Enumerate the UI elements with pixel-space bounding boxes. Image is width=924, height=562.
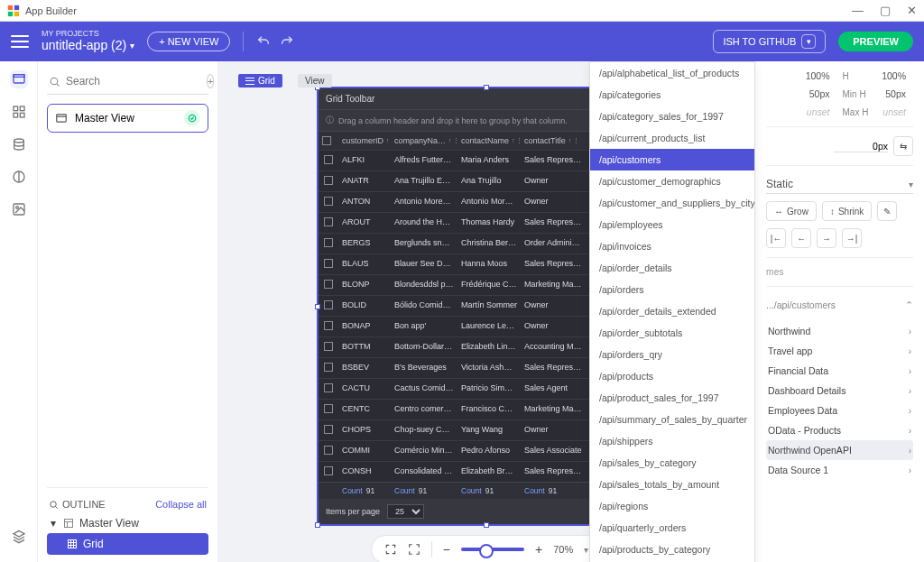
- row-checkbox[interactable]: [324, 197, 333, 206]
- margin-input[interactable]: [834, 141, 888, 152]
- row-checkbox[interactable]: [324, 363, 333, 372]
- api-endpoint-dropdown[interactable]: /api/alphabetical_list_of_products/api/c…: [589, 61, 755, 562]
- row-checkbox[interactable]: [324, 300, 333, 309]
- new-view-button[interactable]: + NEW VIEW: [147, 32, 230, 51]
- api-endpoint-item[interactable]: /api/products_by_category: [590, 539, 754, 560]
- api-endpoint-item[interactable]: /api/quarterly_orders: [590, 517, 754, 539]
- views-tab[interactable]: [10, 70, 28, 88]
- api-endpoint-item[interactable]: /api/sales_totals_by_amount: [590, 474, 754, 495]
- api-endpoint-item[interactable]: /api/orders_qry: [590, 344, 754, 365]
- zoom-slider[interactable]: [461, 548, 524, 551]
- chevron-down-icon[interactable]: ▾: [49, 517, 58, 530]
- tree-item-grid[interactable]: · Grid: [47, 533, 208, 555]
- maxh-value[interactable]: unset: [879, 106, 914, 117]
- row-checkbox[interactable]: [324, 155, 333, 164]
- row-checkbox[interactable]: [324, 217, 333, 226]
- row-checkbox[interactable]: [324, 259, 333, 268]
- row-checkbox[interactable]: [324, 425, 333, 434]
- add-view-button[interactable]: +: [207, 74, 214, 88]
- column-header[interactable]: contactTitle↑ ⋮: [521, 132, 586, 150]
- resize-handle[interactable]: [484, 85, 489, 90]
- shrink-toggle[interactable]: ↕Shrink: [822, 201, 872, 221]
- data-source-item[interactable]: Northwind›: [766, 321, 913, 341]
- resize-handle[interactable]: [315, 522, 320, 528]
- view-item-master[interactable]: Master View: [47, 104, 208, 133]
- selection-label[interactable]: Grid: [238, 74, 282, 88]
- row-checkbox[interactable]: [324, 404, 333, 413]
- api-endpoint-item[interactable]: /api/sales_by_category: [590, 452, 754, 474]
- edit-flex-button[interactable]: ✎: [877, 201, 897, 221]
- api-endpoint-item[interactable]: /api/employees: [590, 214, 754, 235]
- column-header[interactable]: customerID↑ ⋮: [338, 132, 391, 150]
- zoom-out-button[interactable]: −: [443, 542, 450, 557]
- align-end-button[interactable]: →|: [842, 228, 862, 248]
- theme-tab[interactable]: [10, 168, 28, 186]
- project-selector[interactable]: MY PROJECTS untitled-app (2) ▾: [42, 30, 134, 52]
- column-header[interactable]: contactName↑ ⋮: [457, 132, 521, 150]
- select-all-checkbox[interactable]: [322, 136, 331, 145]
- api-endpoint-item[interactable]: /api/product_sales_for_1997: [590, 387, 754, 409]
- fit-screen-button[interactable]: [384, 543, 397, 556]
- api-endpoint-item[interactable]: /api/customer_demographics: [590, 170, 754, 192]
- api-endpoint-item[interactable]: /api/order_details_extended: [590, 300, 754, 322]
- api-endpoint-item[interactable]: /api/category_sales_for_1997: [590, 106, 754, 127]
- api-endpoint-item[interactable]: /api/orders: [590, 279, 754, 300]
- collapse-all-button[interactable]: Collapse all: [155, 499, 207, 510]
- data-source-item[interactable]: Financial Data›: [766, 361, 913, 381]
- row-checkbox[interactable]: [324, 280, 333, 289]
- api-endpoint-item[interactable]: /api/summary_of_sales_by_quarter: [590, 409, 754, 430]
- minh-value[interactable]: 50px: [879, 88, 914, 99]
- tree-item-master-view[interactable]: ▾ Master View: [47, 513, 208, 533]
- position-select[interactable]: Static ▾: [766, 175, 913, 194]
- menu-button[interactable]: [11, 35, 29, 48]
- maxw-value[interactable]: unset: [802, 106, 837, 117]
- row-checkbox[interactable]: [324, 446, 333, 455]
- api-endpoint-item[interactable]: /api/products: [590, 365, 754, 387]
- window-close-button[interactable]: ✕: [907, 4, 917, 17]
- components-tab[interactable]: [10, 103, 28, 121]
- window-maximize-button[interactable]: ▢: [880, 4, 891, 17]
- search-input[interactable]: [66, 75, 201, 88]
- api-endpoint-item[interactable]: /api/invoices: [590, 235, 754, 257]
- grow-toggle[interactable]: ↔Grow: [766, 201, 817, 221]
- link-margins-button[interactable]: ⇆: [893, 136, 913, 156]
- data-source-item[interactable]: Dashboard Details›: [766, 381, 913, 401]
- data-source-item[interactable]: Northwind OpenAPI›: [766, 440, 913, 460]
- minw-value[interactable]: 50px: [802, 88, 837, 99]
- align-start-button[interactable]: |←: [766, 228, 786, 248]
- width-value[interactable]: 100%: [802, 70, 837, 81]
- resize-handle[interactable]: [315, 304, 320, 309]
- publish-github-button[interactable]: ISH TO GITHUB ▾: [713, 30, 826, 53]
- api-endpoint-item[interactable]: /api/customer_and_suppliers_by_city: [590, 192, 754, 214]
- align-prev-button[interactable]: ←: [791, 228, 811, 248]
- row-checkbox[interactable]: [324, 383, 333, 392]
- height-value[interactable]: 100%: [879, 70, 914, 81]
- api-endpoint-item[interactable]: /api/shippers: [590, 430, 754, 452]
- window-minimize-button[interactable]: —: [852, 4, 864, 17]
- preview-button[interactable]: PREVIEW: [838, 32, 913, 51]
- data-source-item[interactable]: Employees Data›: [766, 401, 913, 420]
- api-endpoint-item[interactable]: /api/customers: [590, 149, 754, 170]
- api-endpoint-item[interactable]: /api/current_products_list: [590, 127, 754, 149]
- data-source-item[interactable]: Data Source 1›: [766, 460, 913, 480]
- api-endpoint-item[interactable]: /api/order_details: [590, 257, 754, 279]
- api-endpoint-item[interactable]: /api/regions: [590, 495, 754, 517]
- row-checkbox[interactable]: [324, 238, 333, 247]
- api-endpoint-item[interactable]: /api/categories: [590, 84, 754, 106]
- chevron-down-icon[interactable]: ▾: [801, 34, 816, 49]
- layers-button[interactable]: [10, 528, 28, 546]
- row-checkbox[interactable]: [324, 176, 333, 185]
- data-source-current[interactable]: .../api/customers ⌃: [766, 296, 913, 314]
- undo-button[interactable]: [256, 34, 271, 49]
- resize-handle[interactable]: [484, 522, 489, 528]
- data-source-item[interactable]: OData - Products›: [766, 420, 913, 440]
- data-tab[interactable]: [10, 135, 28, 153]
- zoom-in-button[interactable]: +: [535, 542, 542, 557]
- redo-button[interactable]: [280, 34, 294, 49]
- expand-button[interactable]: [408, 543, 420, 556]
- page-size-select[interactable]: 25: [387, 504, 424, 519]
- row-checkbox[interactable]: [324, 321, 333, 330]
- row-checkbox[interactable]: [324, 342, 333, 351]
- chevron-down-icon[interactable]: ▾: [584, 545, 588, 555]
- row-checkbox[interactable]: [324, 466, 333, 475]
